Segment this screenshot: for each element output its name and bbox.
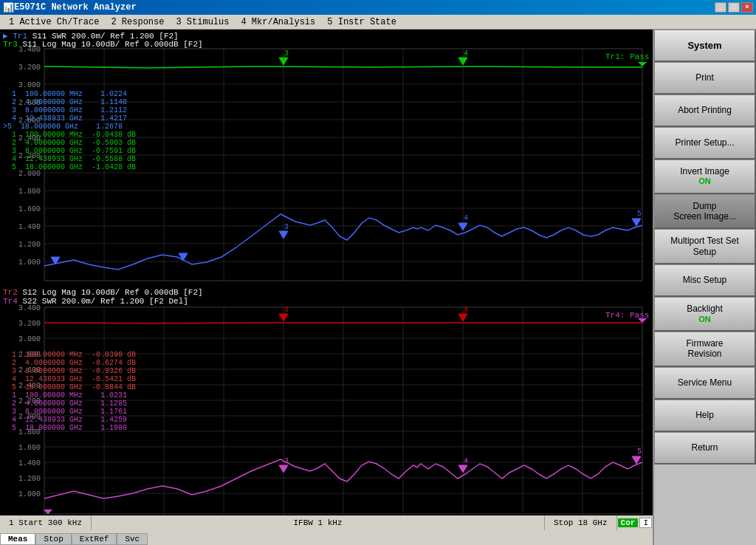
svg-text:4: 4 bbox=[464, 457, 468, 465]
status-start: 1 Start 300 kHz bbox=[0, 515, 92, 530]
svg-text:1.000: 1.000 bbox=[18, 258, 41, 267]
multiport-test-button[interactable]: Multiport Test Set Setup bbox=[654, 229, 756, 264]
sidebar: System Print Abort Printing Printer Setu… bbox=[653, 30, 756, 545]
svg-text:4: 4 bbox=[464, 214, 468, 222]
svg-text:3: 3 bbox=[284, 223, 289, 231]
status-indicator: I bbox=[639, 518, 652, 528]
lower-marker-data: 1 100.00000 MHz -0.0390 dB 2 4.0000000 G… bbox=[3, 351, 136, 432]
invert-image-button[interactable]: Invert Image ON bbox=[654, 160, 756, 194]
svg-text:3: 3 bbox=[284, 306, 289, 314]
titlebar-icon: 📊 bbox=[3, 2, 14, 13]
svg-text:1.600: 1.600 bbox=[18, 205, 41, 213]
service-menu-button[interactable]: Service Menu bbox=[654, 367, 756, 400]
misc-setup-button[interactable]: Misc Setup bbox=[654, 264, 756, 297]
tab-extref[interactable]: ExtRef bbox=[72, 533, 117, 545]
menu-instr-state[interactable]: 5 Instr State bbox=[321, 16, 402, 28]
menubar: 1 Active Ch/Trace 2 Response 3 Stimulus … bbox=[0, 15, 756, 30]
lower-trace4-label: Tr4 S22 SWR 200.0m/ Ref 1.200 [F2 Del] bbox=[3, 297, 188, 306]
svg-text:1.400: 1.400 bbox=[18, 459, 41, 467]
tab-stop[interactable]: Stop bbox=[35, 533, 71, 545]
svg-text:3: 3 bbox=[284, 457, 289, 465]
svg-text:5: 5 bbox=[637, 210, 642, 218]
minimize-button[interactable]: _ bbox=[715, 2, 726, 13]
backlight-button[interactable]: Backlight ON bbox=[654, 297, 756, 332]
bottom-tabs-bar: Meas Stop ExtRef Svc bbox=[0, 530, 653, 545]
tab-svc[interactable]: Svc bbox=[117, 533, 148, 545]
titlebar-controls: _ □ × bbox=[715, 2, 753, 13]
upper-trace3-label: Tr3 S11 Log Mag 10.00dB/ Ref 0.000dB [F2… bbox=[3, 40, 203, 49]
return-button[interactable]: Return bbox=[654, 432, 756, 465]
status-stop: Stop 18 GHz bbox=[545, 515, 617, 530]
main-container: ▶ Tr1 S11 SWR 200.0m/ Ref 1.200 [F2] Tr3… bbox=[0, 30, 756, 545]
svg-text:3.200: 3.200 bbox=[18, 64, 41, 72]
svg-text:Tr1: Pass: Tr1: Pass bbox=[605, 52, 649, 61]
abort-printing-button[interactable]: Abort Printing bbox=[654, 95, 756, 127]
svg-text:3.200: 3.200 bbox=[18, 320, 41, 328]
help-button[interactable]: Help bbox=[654, 400, 756, 432]
svg-text:4: 4 bbox=[464, 49, 468, 58]
print-button[interactable]: Print bbox=[654, 62, 756, 95]
svg-text:3.000: 3.000 bbox=[18, 335, 41, 343]
menu-mkr-analysis[interactable]: 4 Mkr/Analysis bbox=[235, 16, 321, 28]
chart-area: ▶ Tr1 S11 SWR 200.0m/ Ref 1.200 [F2] Tr3… bbox=[0, 30, 653, 545]
menu-response[interactable]: 2 Response bbox=[105, 16, 170, 28]
svg-text:3.000: 3.000 bbox=[18, 81, 41, 89]
svg-text:1.800: 1.800 bbox=[18, 188, 41, 196]
menu-stimulus[interactable]: 3 Stimulus bbox=[170, 16, 235, 28]
svg-text:4: 4 bbox=[464, 306, 468, 314]
titlebar: 📊 E5071C Network Analyzer _ □ × bbox=[0, 0, 756, 15]
firmware-revision-button[interactable]: Firmware Revision bbox=[654, 332, 756, 367]
svg-text:1.600: 1.600 bbox=[18, 444, 41, 452]
svg-text:3: 3 bbox=[284, 49, 289, 58]
svg-text:1.200: 1.200 bbox=[18, 475, 41, 483]
lower-trace2-label: Tr2 S12 Log Mag 10.00dB/ Ref 0.000dB [F2… bbox=[3, 288, 203, 297]
printer-setup-button[interactable]: Printer Setup... bbox=[654, 127, 756, 160]
titlebar-title: E5071C Network Analyzer bbox=[14, 2, 137, 13]
dump-screen-button[interactable]: Dump Screen Image... bbox=[654, 194, 756, 230]
upper-marker-data: 1 100.00000 MHz 1.0224 2 4.0000000 GHz 1… bbox=[3, 90, 136, 171]
svg-text:1.200: 1.200 bbox=[18, 241, 41, 249]
menu-active-ch-trace[interactable]: 1 Active Ch/Trace bbox=[3, 16, 105, 28]
status-bar: 1 Start 300 kHz IFBW 1 kHz Stop 18 GHz C… bbox=[0, 515, 653, 530]
status-ifbw: IFBW 1 kHz bbox=[92, 515, 545, 530]
tab-meas[interactable]: Meas bbox=[0, 533, 35, 545]
maximize-button[interactable]: □ bbox=[728, 2, 740, 13]
close-button[interactable]: × bbox=[741, 2, 753, 13]
svg-text:1.400: 1.400 bbox=[18, 223, 41, 231]
system-button[interactable]: System bbox=[654, 30, 756, 62]
svg-text:1.000: 1.000 bbox=[18, 490, 41, 498]
status-cor: Cor bbox=[618, 518, 639, 527]
svg-text:5: 5 bbox=[637, 448, 642, 456]
